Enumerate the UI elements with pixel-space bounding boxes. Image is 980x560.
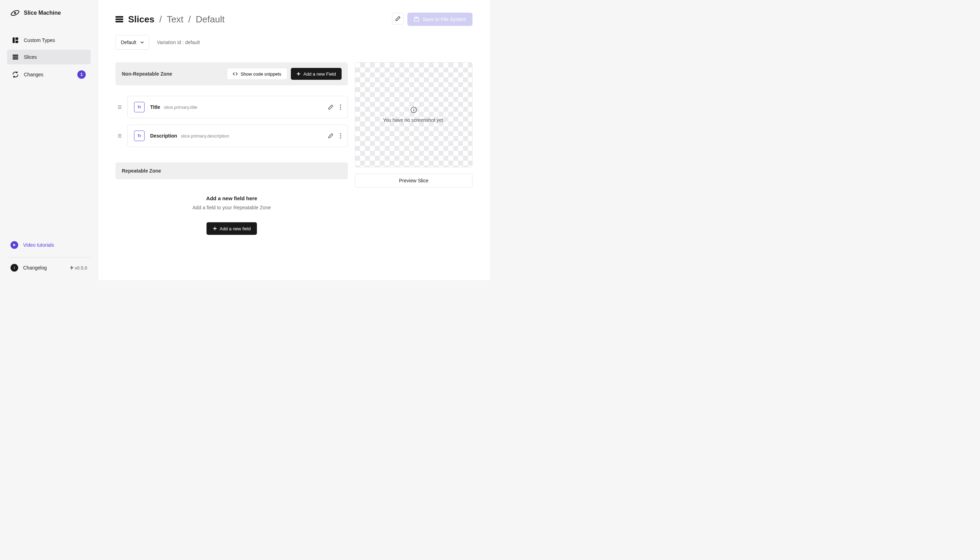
- pencil-icon: [328, 104, 333, 110]
- zone-title: Repeatable Zone: [122, 168, 161, 173]
- changes-badge: 1: [77, 70, 86, 79]
- svg-rect-2: [13, 37, 15, 43]
- breadcrumb-root[interactable]: Slices: [128, 14, 154, 25]
- svg-point-16: [340, 133, 341, 134]
- play-icon: [10, 241, 18, 249]
- zone-title: Non-Repeatable Zone: [122, 71, 172, 77]
- zone-header-non-repeatable: Non-Repeatable Zone Show code snippets A…: [115, 62, 348, 85]
- svg-rect-5: [13, 55, 18, 56]
- add-field-label: Add a new Field: [303, 72, 336, 77]
- page-header: Slices / Text / Default Save to File Sys…: [115, 13, 472, 26]
- save-label: Save to File System: [423, 17, 467, 22]
- breadcrumb: Slices / Text / Default: [115, 14, 225, 25]
- richtext-icon: Tr: [134, 130, 145, 141]
- video-tutorials-link[interactable]: Video tutorials: [7, 238, 91, 252]
- svg-point-17: [340, 135, 341, 136]
- svg-point-13: [340, 104, 341, 105]
- empty-title: Add a new field here: [115, 195, 348, 201]
- svg-rect-6: [13, 57, 18, 58]
- plus-icon: [213, 227, 217, 231]
- breadcrumb-sep: /: [159, 14, 162, 25]
- field-card: Tr Description slice.primary.description: [127, 125, 348, 147]
- info-circle-icon: [410, 107, 417, 113]
- svg-point-20: [413, 108, 414, 109]
- plus-icon: [297, 72, 301, 76]
- slices-icon: [12, 53, 19, 60]
- zone-header-repeatable: Repeatable Zone: [115, 162, 348, 179]
- breadcrumb-sep: /: [188, 14, 191, 25]
- pencil-icon: [328, 133, 333, 138]
- svg-rect-12: [415, 17, 418, 18]
- version-text: v0.5.0: [75, 265, 87, 270]
- rename-button[interactable]: [392, 13, 404, 25]
- sidebar-item-changes[interactable]: Changes 1: [7, 67, 91, 83]
- show-snippets-button[interactable]: Show code snippets: [227, 68, 287, 80]
- code-icon: [233, 72, 238, 76]
- preview-slice-button[interactable]: Preview Slice: [355, 173, 472, 188]
- sidebar-item-label: Custom Types: [24, 37, 55, 43]
- zones-column: Non-Repeatable Zone Show code snippets A…: [115, 62, 348, 245]
- drag-handle-icon[interactable]: [115, 105, 124, 110]
- edit-field-button[interactable]: [328, 104, 333, 110]
- field-menu-button[interactable]: [340, 133, 341, 138]
- main: Slices / Text / Default Save to File Sys…: [98, 0, 490, 280]
- tutorials-label: Video tutorials: [23, 242, 54, 248]
- sync-icon: [12, 71, 19, 78]
- dots-vertical-icon: [340, 104, 341, 110]
- sidebar-item-label: Changes: [24, 72, 43, 77]
- variation-row: Default Variation id : default: [115, 35, 472, 50]
- logo-icon: [10, 8, 20, 18]
- svg-rect-4: [15, 41, 18, 43]
- add-repeatable-field-button[interactable]: Add a new field: [207, 222, 257, 235]
- dashboard-icon: [12, 37, 19, 44]
- field-row: Tr Title slice.primary.title: [115, 96, 348, 118]
- brand: Slice Machine: [7, 8, 91, 18]
- sidebar-item-label: Slices: [24, 54, 37, 60]
- slices-breadcrumb-icon: [115, 16, 123, 22]
- field-name: Title: [150, 104, 160, 110]
- svg-rect-10: [115, 21, 123, 23]
- sidebar: Slice Machine Custom Types Slices Change…: [0, 0, 98, 280]
- field-row: Tr Description slice.primary.description: [115, 125, 348, 147]
- chevron-down-icon: [140, 41, 144, 43]
- snippets-label: Show code snippets: [240, 72, 281, 77]
- svg-rect-9: [115, 18, 123, 20]
- content-grid: Non-Repeatable Zone Show code snippets A…: [115, 62, 472, 245]
- svg-rect-8: [115, 16, 123, 18]
- breadcrumb-model[interactable]: Text: [167, 14, 183, 25]
- sidebar-item-custom-types[interactable]: Custom Types: [7, 33, 91, 48]
- changelog-row[interactable]: i Changelog v0.5.0: [7, 264, 91, 272]
- bolt-icon: [70, 265, 73, 270]
- pencil-icon: [395, 16, 401, 22]
- version-chip: v0.5.0: [70, 265, 87, 270]
- richtext-icon: Tr: [134, 102, 145, 112]
- divider: [7, 257, 91, 258]
- dots-vertical-icon: [340, 133, 341, 138]
- variation-selected: Default: [121, 40, 136, 45]
- svg-rect-3: [15, 37, 18, 40]
- breadcrumb-variation: Default: [196, 14, 224, 25]
- field-name: Description: [150, 133, 177, 138]
- svg-point-18: [340, 137, 341, 138]
- svg-rect-21: [413, 110, 414, 111]
- sidebar-item-slices[interactable]: Slices: [7, 50, 91, 64]
- fields-list: Tr Title slice.primary.title: [115, 96, 348, 147]
- sidebar-bottom: Video tutorials i Changelog v0.5.0: [7, 238, 91, 272]
- drag-handle-icon[interactable]: [115, 133, 124, 138]
- svg-point-15: [340, 108, 341, 110]
- add-field-button[interactable]: Add a new Field: [291, 68, 342, 80]
- add-field-label: Add a new field: [220, 226, 251, 232]
- field-card: Tr Title slice.primary.title: [127, 96, 348, 118]
- field-path: slice.primary.description: [181, 133, 229, 138]
- field-menu-button[interactable]: [340, 104, 341, 110]
- svg-point-1: [14, 12, 16, 13]
- preview-label: Preview Slice: [399, 178, 428, 183]
- save-button[interactable]: Save to File System: [407, 13, 473, 26]
- variation-dropdown[interactable]: Default: [115, 35, 149, 50]
- svg-rect-7: [13, 58, 18, 60]
- changelog-label: Changelog: [23, 265, 47, 270]
- field-path: slice.primary.title: [164, 105, 197, 110]
- edit-field-button[interactable]: [328, 133, 333, 138]
- sidebar-nav: Custom Types Slices Changes 1: [7, 33, 91, 83]
- save-icon: [414, 17, 419, 22]
